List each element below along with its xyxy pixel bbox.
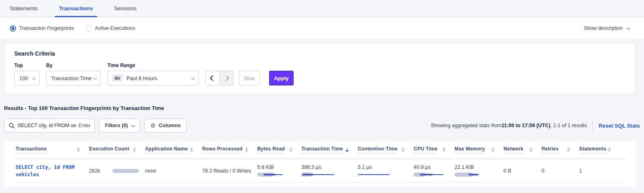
sort-icon[interactable] [345, 147, 349, 152]
bytes-read-value: 5.8 KiB [257, 164, 301, 170]
search-icon [9, 123, 15, 130]
table-row: SELECT city, id FROM vehicles 262k movr … [16, 159, 625, 183]
rows-processed-value: 78.2 Reads / 0 Writes [202, 168, 257, 174]
top-field: Top 100 [14, 63, 40, 85]
column-label: Bytes Read [257, 146, 285, 154]
column-label: Transaction Time [301, 146, 343, 154]
bytes-read-bar [257, 172, 294, 177]
sort-icon[interactable] [289, 147, 292, 152]
sort-icon[interactable] [401, 147, 405, 152]
time-range-label: Time Range [107, 63, 199, 68]
statements-value: 1 [579, 168, 620, 174]
filters-button[interactable]: Filters (0) [99, 119, 140, 132]
sort-icon[interactable] [608, 147, 611, 152]
column-header-contention-time[interactable]: Contention Time [358, 146, 414, 154]
chevron-down-icon [131, 123, 135, 127]
time-range-select[interactable]: 6h Past 6 Hours [107, 71, 199, 85]
tab-statements[interactable]: Statements [10, 0, 38, 17]
show-description-toggle[interactable]: Show description [584, 25, 634, 31]
sort-icon[interactable] [77, 147, 80, 152]
time-prev-button[interactable] [206, 71, 219, 85]
max-memory-metric: 22.1 KiB [455, 164, 504, 177]
column-header-bytes-read[interactable]: Bytes Read [257, 146, 301, 154]
search-criteria-title: Search Criteria [14, 50, 626, 57]
time-range-value: Past 6 Hours [127, 75, 157, 81]
column-header-rows-processed[interactable]: Rows Processed [202, 146, 257, 154]
top-select[interactable]: 100 [14, 71, 40, 85]
column-header-transactions[interactable]: Transactions [16, 146, 89, 154]
search-criteria-card: Search Criteria Top 100 By Transaction T… [4, 43, 636, 94]
radio-transaction-fingerprints[interactable]: Transaction Fingerprints [10, 25, 74, 31]
results-title: Results - Top 100 Transaction Fingerprin… [4, 105, 164, 111]
reset-sql-stats-link[interactable]: Reset SQL Stats [599, 123, 640, 129]
contention-time-bar [358, 172, 394, 177]
bytes-read-metric: 5.8 KiB [257, 164, 301, 177]
column-label: Transactions [16, 146, 47, 154]
column-header-statements[interactable]: Statements [579, 146, 620, 154]
column-label: Application Name [145, 146, 188, 154]
column-label: CPU Time [414, 146, 437, 154]
sort-icon[interactable] [245, 147, 248, 152]
column-label: Retries [541, 146, 559, 154]
contention-time-metric: 5.1 µs [358, 164, 414, 177]
column-header-max-memory[interactable]: Max Memory [455, 146, 504, 154]
by-field: By Transaction Time [46, 63, 101, 85]
apply-button[interactable]: Apply [269, 71, 294, 85]
column-header-retries[interactable]: Retries [541, 146, 579, 154]
top-value: 100 [19, 75, 28, 81]
chevron-left-icon [209, 75, 215, 81]
chevron-down-icon [93, 76, 97, 80]
chevron-down-icon [626, 26, 631, 30]
column-header-cpu-time[interactable]: CPU Time [414, 146, 455, 154]
column-header-network[interactable]: Network [504, 146, 541, 154]
max-memory-value: 22.1 KiB [455, 164, 504, 170]
sort-icon[interactable] [491, 147, 495, 152]
chevron-down-icon [191, 76, 195, 80]
chevron-down-icon [32, 76, 36, 80]
column-label: Statements [579, 146, 606, 154]
time-next-button[interactable] [219, 71, 233, 85]
column-label: Max Memory [455, 146, 485, 154]
show-description-label: Show description [584, 25, 623, 31]
gear-icon: ⚙ [150, 122, 156, 129]
table-header-row: Transactions Execution Count Application… [16, 141, 625, 159]
columns-button[interactable]: ⚙ Columns [144, 119, 187, 132]
execution-count-value: 262k [89, 168, 100, 174]
sql-search-box[interactable]: Enter [4, 119, 95, 132]
aggregated-stats-text: Showing aggregated stats from 11:00 to 1… [431, 119, 640, 132]
sort-icon[interactable] [529, 147, 533, 152]
network-value: 0 B [504, 168, 541, 174]
chevron-right-icon [223, 75, 229, 81]
sort-icon[interactable] [567, 147, 570, 152]
radio-active-executions[interactable]: Active Executions [85, 25, 135, 31]
sort-icon[interactable] [442, 147, 446, 152]
stats-suffix: , 1-1 of 1 results [550, 123, 587, 128]
now-button[interactable]: Now [239, 71, 260, 85]
radio-label: Transaction Fingerprints [19, 25, 74, 31]
vertical-divider [593, 119, 593, 132]
cpu-time-value: 40.9 µs [414, 164, 455, 170]
radio-selected-icon [10, 25, 16, 31]
tab-transactions[interactable]: Transactions [59, 0, 93, 17]
stats-prefix: Showing aggregated stats from [431, 123, 501, 128]
by-label: By [46, 63, 101, 68]
radio-label: Active Executions [95, 25, 135, 31]
by-select[interactable]: Transaction Time [46, 71, 101, 85]
sort-icon[interactable] [190, 147, 193, 152]
time-range-field: Time Range 6h Past 6 Hours [107, 63, 199, 85]
top-label: Top [14, 63, 40, 68]
tab-sessions[interactable]: Sessions [114, 0, 137, 17]
page-tabs: Statements Transactions Sessions [0, 0, 644, 17]
search-input[interactable] [18, 123, 76, 128]
enter-hint: Enter [78, 123, 91, 128]
sort-icon[interactable] [133, 147, 136, 152]
results-controls: Enter Filters (0) ⚙ Columns Showing aggr… [4, 118, 640, 133]
transaction-fingerprint-link[interactable]: SELECT city, id FROM vehicles [16, 164, 84, 178]
column-header-application-name[interactable]: Application Name [145, 146, 202, 154]
column-header-transaction-time[interactable]: Transaction Time [301, 146, 358, 154]
radio-unselected-icon [85, 25, 91, 31]
retries-value: 0 [541, 168, 579, 174]
max-memory-bar [455, 172, 491, 177]
column-header-execution-count[interactable]: Execution Count [89, 146, 145, 154]
stats-range: 11:00 to 17:59 (UTC) [501, 123, 550, 128]
